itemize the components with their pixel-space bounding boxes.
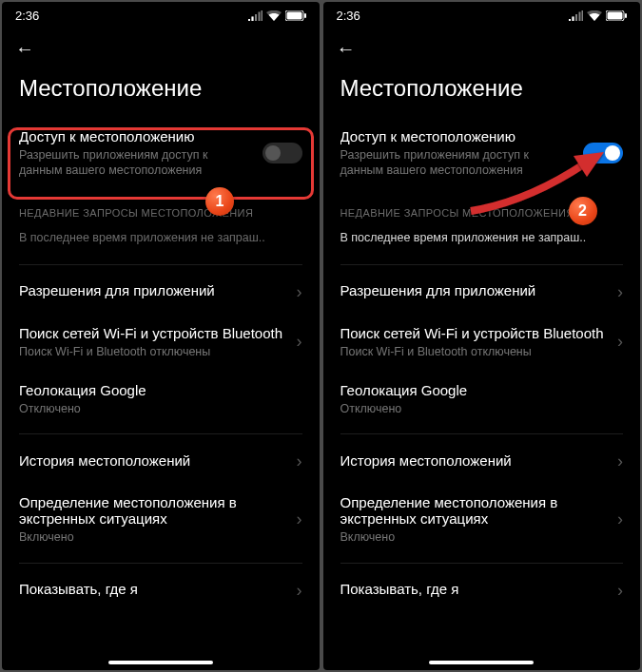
status-bar: 2:36	[2, 2, 320, 29]
svg-rect-1	[286, 11, 302, 19]
show-where-title: Показывать, где я	[19, 581, 285, 597]
app-permissions-row[interactable]: Разрешения для приложений ›	[2, 271, 320, 314]
google-location-row[interactable]: Геолокация Google Отключено	[2, 371, 320, 428]
location-access-row[interactable]: Доступ к местоположению Разрешить прилож…	[2, 117, 320, 190]
recent-requests-header: НЕДАВНИЕ ЗАПРОСЫ МЕСТОПОЛОЖЕНИЯ	[323, 190, 641, 226]
recent-empty-text: В последнее время приложения не запраш..	[19, 230, 265, 245]
divider	[19, 264, 302, 265]
home-indicator[interactable]	[108, 661, 213, 664]
google-location-title: Геолокация Google	[340, 382, 624, 398]
emergency-title: Определение местоположения в экстренных …	[19, 494, 285, 527]
location-access-subtitle: Разрешить приложениям доступ к данным ва…	[340, 147, 573, 179]
page-title: Местоположение	[2, 66, 320, 117]
emergency-location-row[interactable]: Определение местоположения в экстренных …	[323, 483, 641, 556]
location-access-title: Доступ к местоположению	[340, 128, 573, 144]
chevron-right-icon: ›	[617, 282, 623, 302]
recent-empty-row: В последнее время приложения не запраш..	[323, 226, 641, 259]
chevron-right-icon: ›	[617, 451, 623, 471]
emergency-subtitle: Включено	[340, 529, 607, 545]
google-location-title: Геолокация Google	[19, 382, 302, 398]
status-icons	[569, 10, 627, 21]
chevron-right-icon: ›	[297, 451, 302, 471]
phone-screen-left: 2:36 ← Местоположение Доступ к местополо…	[2, 2, 320, 670]
location-access-row[interactable]: Доступ к местоположению Разрешить прилож…	[323, 117, 641, 190]
signal-icon	[248, 10, 263, 21]
show-where-row[interactable]: Показывать, где я ›	[323, 569, 641, 612]
show-where-row[interactable]: Показывать, где я ›	[2, 569, 320, 612]
divider	[19, 433, 302, 434]
svg-rect-5	[625, 13, 627, 18]
app-permissions-row[interactable]: Разрешения для приложений ›	[323, 271, 641, 314]
page-header: ←	[323, 29, 641, 66]
location-access-toggle[interactable]	[263, 143, 302, 163]
location-access-title: Доступ к местоположению	[19, 128, 251, 144]
google-location-row[interactable]: Геолокация Google Отключено	[323, 371, 641, 428]
wifi-bt-scan-row[interactable]: Поиск сетей Wi-Fi и устройств Bluetooth …	[2, 314, 320, 371]
wifi-icon	[587, 10, 602, 21]
wifi-bt-title: Поиск сетей Wi-Fi и устройств Bluetooth	[340, 325, 607, 341]
location-history-row[interactable]: История местоположений ›	[323, 440, 641, 483]
svg-rect-2	[304, 13, 306, 18]
location-history-title: История местоположений	[19, 452, 285, 469]
divider	[340, 433, 624, 434]
signal-icon	[569, 10, 583, 21]
app-permissions-title: Разрешения для приложений	[19, 282, 285, 298]
chevron-right-icon: ›	[297, 509, 302, 529]
back-icon[interactable]: ←	[15, 38, 38, 60]
google-location-subtitle: Отключено	[340, 401, 624, 416]
status-time: 2:36	[337, 9, 360, 23]
battery-icon	[285, 10, 306, 21]
location-access-text: Доступ к местоположению Разрешить прилож…	[340, 128, 573, 179]
status-time: 2:36	[15, 9, 39, 23]
page-title: Местоположение	[323, 66, 641, 117]
wifi-bt-subtitle: Поиск Wi-Fi и Bluetooth отключены	[19, 344, 285, 359]
wifi-bt-subtitle: Поиск Wi-Fi и Bluetooth отключены	[340, 344, 607, 359]
back-icon[interactable]: ←	[337, 38, 360, 60]
wifi-bt-title: Поиск сетей Wi-Fi и устройств Bluetooth	[19, 325, 285, 341]
svg-rect-4	[608, 11, 623, 19]
google-location-subtitle: Отключено	[19, 401, 302, 416]
location-access-subtitle: Разрешить приложениям доступ к данным ва…	[19, 147, 251, 179]
emergency-title: Определение местоположения в экстренных …	[340, 494, 607, 527]
divider	[340, 563, 624, 564]
home-indicator[interactable]	[429, 661, 534, 664]
location-access-toggle[interactable]	[583, 143, 623, 163]
chevron-right-icon: ›	[617, 509, 623, 529]
page-header: ←	[2, 29, 320, 66]
phone-screen-right: 2:36 ← Местоположение Доступ к местополо…	[323, 2, 641, 670]
recent-requests-header: НЕДАВНИЕ ЗАПРОСЫ МЕСТОПОЛОЖЕНИЯ	[2, 190, 320, 226]
chevron-right-icon: ›	[617, 581, 623, 601]
location-history-row[interactable]: История местоположений ›	[2, 440, 320, 483]
status-bar: 2:36	[323, 2, 641, 29]
chevron-right-icon: ›	[297, 282, 302, 302]
recent-empty-text: В последнее время приложения не запраш..	[340, 230, 587, 245]
location-history-title: История местоположений	[340, 452, 607, 469]
status-icons	[248, 10, 306, 21]
wifi-icon	[266, 10, 282, 21]
wifi-bt-scan-row[interactable]: Поиск сетей Wi-Fi и устройств Bluetooth …	[323, 314, 641, 371]
divider	[340, 264, 624, 265]
recent-empty-row: В последнее время приложения не запраш..	[2, 226, 320, 259]
emergency-subtitle: Включено	[19, 529, 285, 545]
show-where-title: Показывать, где я	[340, 581, 607, 597]
location-access-text: Доступ к местоположению Разрешить прилож…	[19, 128, 251, 179]
battery-icon	[606, 10, 627, 21]
divider	[19, 563, 302, 564]
chevron-right-icon: ›	[297, 332, 302, 352]
chevron-right-icon: ›	[297, 581, 302, 601]
app-permissions-title: Разрешения для приложений	[340, 282, 607, 298]
emergency-location-row[interactable]: Определение местоположения в экстренных …	[2, 483, 320, 556]
chevron-right-icon: ›	[617, 332, 623, 352]
